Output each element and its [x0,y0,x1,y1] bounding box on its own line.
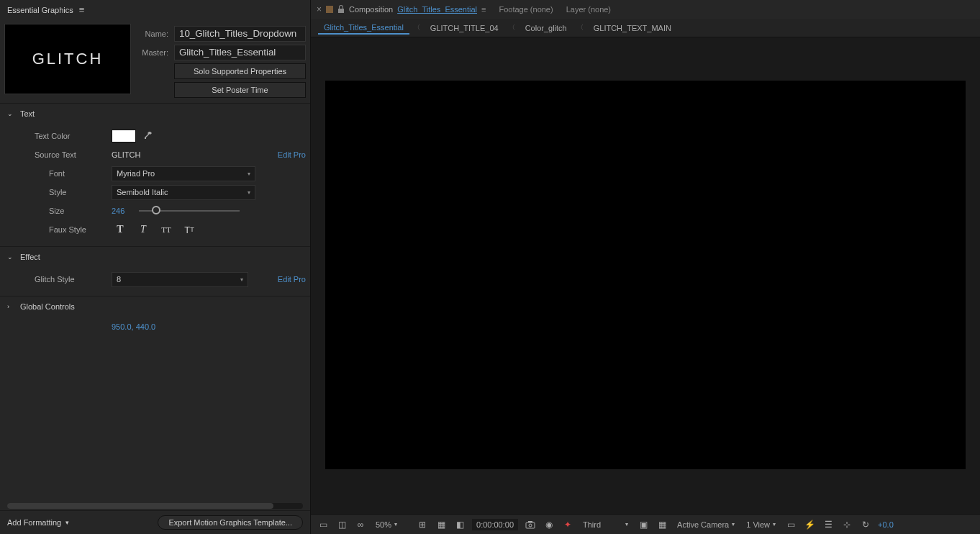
edit-properties-link[interactable]: Edit Pro [278,150,306,159]
breadcrumb-item[interactable]: GLITCH_TITLE_04 [425,22,504,34]
breadcrumb-item[interactable]: Glitch_Titles_Essential [318,22,409,35]
panel-menu-icon[interactable]: ≡ [79,4,85,15]
glitch-style-dropdown[interactable]: 8 ▾ [112,272,248,287]
size-slider[interactable] [139,210,240,212]
faux-bold-button[interactable]: T [112,222,129,237]
reset-exposure-icon[interactable]: ↻ [859,518,872,531]
faux-italic-button[interactable]: T [135,222,152,237]
chevron-down-icon: ▾ [248,171,250,177]
exposure-value[interactable]: +0.0 [878,520,894,529]
poster-thumbnail[interactable]: GLITCH [4,24,131,94]
color-management-icon[interactable]: ✦ [561,518,574,531]
chevron-down-icon: ⌄ [7,253,16,261]
effect-section-header[interactable]: ⌄ Effect [0,247,310,267]
thumbnail-text: GLITCH [32,50,104,68]
font-value: Myriad Pro [117,169,155,178]
view-layout-dropdown[interactable]: 1 View ▾ [743,520,779,529]
chevron-left-icon: 〈 [577,23,584,32]
effect-section-title: Effect [20,253,40,261]
font-style-dropdown[interactable]: Semibold Italic ▾ [112,185,255,200]
lock-icon[interactable] [337,5,345,14]
slider-thumb[interactable] [152,206,160,214]
chevron-down-icon: ▾ [773,521,776,528]
chevron-left-icon: 〈 [509,23,515,32]
composition-viewer[interactable] [311,37,980,514]
position-coords[interactable]: 950.0, 440.0 [0,317,310,337]
faux-style-label: Faux Style [7,225,112,234]
style-label: Style [7,188,112,196]
panel-title: Essential Graphics [7,6,73,14]
transparency-grid-icon[interactable]: ▦ [655,518,668,531]
timecode[interactable]: 0:00:00:00 [472,519,518,530]
effect-section: ⌄ Effect Glitch Style 8 ▾ Edit Pro [0,246,310,296]
source-text-label: Source Text [7,150,112,159]
channel-icon[interactable]: ◧ [453,518,466,531]
name-input[interactable] [174,26,306,42]
edit-properties-link[interactable]: Edit Pro [278,275,306,284]
text-section-header[interactable]: ⌄ Text [0,104,310,124]
composition-panel: × Composition Glitch_Titles_Essential ≡ … [311,0,980,534]
chevron-down-icon: ▾ [625,521,628,528]
global-controls-title: Global Controls [20,302,75,311]
eyedropper-icon[interactable] [142,130,153,142]
master-input[interactable] [174,45,306,60]
mask-icon[interactable]: ◫ [335,518,348,531]
font-dropdown[interactable]: Myriad Pro ▾ [112,166,255,181]
show-snapshot-icon[interactable]: ◉ [543,518,555,531]
snapshot-icon[interactable] [524,518,537,531]
footage-tab[interactable]: Footage (none) [499,5,553,14]
layer-tab[interactable]: Layer (none) [566,5,611,14]
export-template-button[interactable]: Export Motion Graphics Template... [158,515,303,530]
roi-icon[interactable]: ▣ [637,518,650,531]
safe-zones-icon[interactable]: ⊞ [416,518,429,531]
coord-x[interactable]: 950.0 [112,322,132,331]
all-caps-button[interactable]: TT [158,222,175,237]
coord-y[interactable]: 440.0 [136,322,156,331]
source-text-value[interactable]: GLITCH [112,150,140,159]
svg-rect-0 [526,522,535,528]
text-color-label: Text Color [7,132,112,140]
composition-tab[interactable]: × Composition Glitch_Titles_Essential ≡ [317,4,486,14]
cursor-icon[interactable]: ▭ [317,518,330,531]
svg-rect-2 [528,521,532,522]
timeline-icon[interactable]: ☰ [822,518,835,531]
fast-preview-icon[interactable]: ⚡ [803,518,816,531]
chevron-down-icon: ⌄ [7,110,16,117]
essential-graphics-panel: Essential Graphics ≡ GLITCH Name: Master… [0,0,311,534]
camera-dropdown[interactable]: Active Camera ▾ [674,520,738,529]
vr-icon[interactable]: ∞ [354,518,367,531]
svg-point-1 [529,524,532,527]
chevron-left-icon: 〈 [414,23,420,32]
global-controls-section: › Global Controls [0,296,310,317]
pixel-aspect-icon[interactable]: ▭ [784,518,797,531]
panel-menu-icon[interactable]: ≡ [481,5,486,14]
chevron-down-icon: ▾ [394,521,397,528]
breadcrumb-item[interactable]: Color_glitch [520,22,573,34]
horizontal-scrollbar[interactable] [7,503,303,509]
glitch-style-value: 8 [117,275,121,284]
add-formatting-dropdown[interactable]: Add Formatting ▾ [7,518,69,527]
solo-properties-button[interactable]: Solo Supported Properties [174,63,306,79]
name-label: Name: [137,30,174,38]
size-label: Size [7,207,112,215]
text-color-swatch[interactable] [112,130,136,142]
layer-marker-icon [326,6,333,13]
grid-icon[interactable]: ▦ [435,518,448,531]
size-value[interactable]: 246 [112,207,124,215]
text-section: ⌄ Text Text Color Source Text GL [0,103,310,246]
resolution-dropdown[interactable]: Third ▾ [580,520,631,529]
glitch-style-label: Glitch Style [7,275,112,284]
scrollbar-thumb[interactable] [7,503,273,509]
chevron-down-icon: ▾ [248,189,250,196]
style-value: Semibold Italic [117,188,168,196]
global-controls-header[interactable]: › Global Controls [0,297,310,317]
zoom-dropdown[interactable]: 50% ▾ [373,520,400,529]
close-icon[interactable]: × [317,4,322,14]
canvas-area[interactable] [325,81,966,469]
small-caps-button[interactable]: TT [181,222,198,237]
tab-comp-name: Glitch_Titles_Essential [397,5,477,14]
breadcrumb-item[interactable]: GLITCH_TEXT_MAIN [588,22,677,34]
flowchart-icon[interactable]: ⊹ [840,518,853,531]
chevron-down-icon: ▾ [732,521,735,528]
set-poster-time-button[interactable]: Set Poster Time [174,82,306,98]
